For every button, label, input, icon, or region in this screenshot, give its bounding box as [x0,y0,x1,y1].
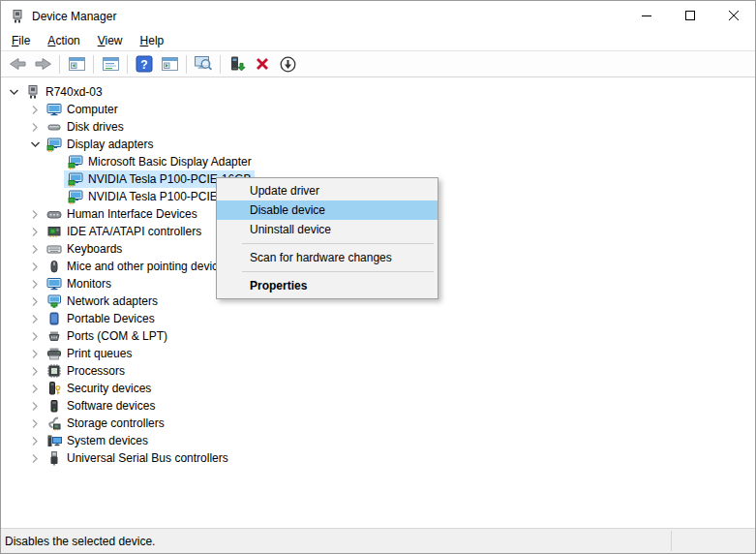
help-button[interactable]: ? [133,53,156,76]
context-menu-separator [242,271,434,272]
tree-item-content[interactable]: Universal Serial Bus controllers [43,449,231,467]
chevron-right-icon[interactable] [27,416,43,431]
toolbar-separator [127,55,128,74]
chevron-right-icon[interactable] [27,102,43,117]
monitor-icon [46,276,62,292]
chevron-right-icon[interactable] [27,450,43,466]
device-manager-window: Device Manager FileActionViewHelp ? R740… [0,0,756,554]
tree-item-label: Print queues [67,345,132,362]
chevron-right-icon[interactable] [27,346,43,361]
usb-icon [46,450,62,466]
tree-item-content[interactable]: Storage controllers [43,415,167,432]
tree-item-universal-serial-bus-controllers[interactable]: Universal Serial Bus controllers [2,449,754,467]
close-button[interactable] [711,1,755,30]
window-controls [624,1,755,30]
tree-item-content[interactable]: Display adapters [43,136,156,153]
chevron-down-icon[interactable] [27,137,43,152]
display-adapter-icon [68,189,83,204]
chevron-right-icon[interactable] [27,259,43,274]
update-driver-button[interactable] [226,53,249,76]
tree-item-ports-com-lpt[interactable]: Ports (COM & LPT) [2,327,754,345]
tree-item-software-devices[interactable]: Software devices [2,397,754,415]
tree-item-content[interactable]: IDE ATA/ATAPI controllers [43,223,204,240]
maximize-button[interactable] [668,1,711,30]
action-pane-icon [161,55,179,73]
back-button[interactable] [6,53,29,76]
tree-item-label: Network adapters [67,292,158,310]
tree-item-content[interactable]: Human Interface Devices [43,205,200,223]
tree-item-system-devices[interactable]: System devices [2,432,754,449]
svg-text:?: ? [140,58,147,72]
chevron-down-icon[interactable] [6,84,21,100]
tree-item-print-queues[interactable]: Print queues [2,345,754,362]
tree-item-label: Keyboards [67,240,122,258]
maximize-icon [685,11,695,20]
tree-item-content[interactable]: R740xd-03 [21,83,106,101]
tree-item-r740xd-03[interactable]: R740xd-03 [2,83,754,101]
chevron-right-icon[interactable] [27,276,43,292]
tree-item-content[interactable]: Software devices [43,397,158,415]
tree-item-label: Portable Devices [67,310,155,327]
tree-item-content[interactable]: Monitors [43,275,114,292]
tree-item-content[interactable]: System devices [43,432,151,449]
tree-item-portable-devices[interactable]: Portable Devices [2,310,754,327]
software-device-icon [46,398,62,414]
disable-device-button[interactable] [276,53,299,76]
tree-item-content[interactable]: Ports (COM & LPT) [43,327,170,345]
context-menu-item-uninstall-device[interactable]: Uninstall device [217,220,438,239]
show-console-tree-button[interactable] [65,53,88,76]
tree-item-processors[interactable]: Processors [2,362,754,380]
menu-help[interactable]: Help [132,32,173,50]
chevron-right-icon[interactable] [27,363,43,379]
menu-view[interactable]: View [89,32,132,50]
chevron-right-icon[interactable] [27,119,43,135]
context-menu-item-scan-for-hardware-changes[interactable]: Scan for hardware changes [217,248,438,267]
minimize-button[interactable] [624,1,668,30]
tree-item-content[interactable]: Security devices [43,380,154,397]
tree-item-content[interactable]: Processors [43,362,128,380]
tree-item-storage-controllers[interactable]: Storage controllers [2,415,754,432]
tree-item-content[interactable]: Portable Devices [43,310,158,327]
tree-item-content[interactable]: Print queues [43,345,135,362]
menu-action[interactable]: Action [39,32,88,50]
tree-item-content[interactable]: Mice and other pointing devices [43,258,233,275]
tree-item-display-adapters[interactable]: Display adapters [2,136,754,153]
menu-file[interactable]: File [3,32,39,50]
system-device-icon [46,433,62,448]
scan-for-hardware-changes-button[interactable] [192,53,215,76]
tree-item-content[interactable]: Network adapters [43,292,161,310]
context-menu-item-disable-device[interactable]: Disable device [217,200,438,220]
chevron-right-icon[interactable] [27,328,43,344]
chevron-right-icon[interactable] [27,206,43,222]
action-pane-button[interactable] [158,53,181,76]
chevron-right-icon[interactable] [27,433,43,448]
uninstall-device-button[interactable] [251,53,274,76]
context-menu-item-update-driver[interactable]: Update driver [217,181,438,200]
uninstall-device-icon [254,55,271,73]
computer-root-icon [25,84,41,100]
tree-item-security-devices[interactable]: Security devices [2,380,754,397]
menubar: FileActionViewHelp [1,31,755,51]
ide-controller-icon [46,224,62,239]
portable-device-icon [46,311,62,326]
tree-item-label: Universal Serial Bus controllers [67,449,228,467]
tree-item-content[interactable]: Microsoft Basic Display Adapter [64,153,255,170]
tree-item-content[interactable]: Computer [43,101,121,118]
tree-item-disk-drives[interactable]: Disk drives [2,118,754,136]
tree-item-microsoft-basic-display-adapter[interactable]: Microsoft Basic Display Adapter [2,153,754,170]
chevron-right-icon[interactable] [27,311,43,326]
chevron-right-icon[interactable] [27,224,43,239]
device-manager-icon [10,9,25,24]
tree-item-computer[interactable]: Computer [2,101,754,118]
chevron-right-icon[interactable] [27,293,43,309]
context-menu-item-properties[interactable]: Properties [217,276,438,295]
chevron-right-icon[interactable] [27,381,43,396]
tree-item-label: R740xd-03 [45,83,103,101]
context-menu: Update driverDisable deviceUninstall dev… [216,177,438,299]
tree-item-content[interactable]: Disk drives [43,118,127,136]
tree-item-content[interactable]: Keyboards [43,240,125,258]
chevron-right-icon[interactable] [27,241,43,257]
forward-button[interactable] [31,53,54,76]
properties-button[interactable] [99,53,122,76]
chevron-right-icon[interactable] [27,398,43,414]
